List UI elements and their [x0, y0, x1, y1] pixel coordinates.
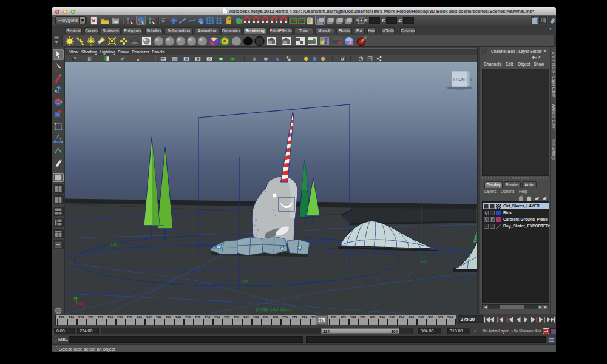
svg-text:T: T [231, 57, 233, 61]
svg-text:137: 137 [241, 280, 248, 284]
svg-text:149: 149 [110, 242, 118, 246]
svg-text:FRONT: FRONT [453, 77, 467, 81]
svg-text:z: z [71, 305, 73, 308]
svg-text:persp (DEFUSE): persp (DEFUSE) [256, 306, 291, 312]
svg-text:Y: Y [470, 78, 472, 81]
svg-text:123: 123 [421, 259, 428, 263]
